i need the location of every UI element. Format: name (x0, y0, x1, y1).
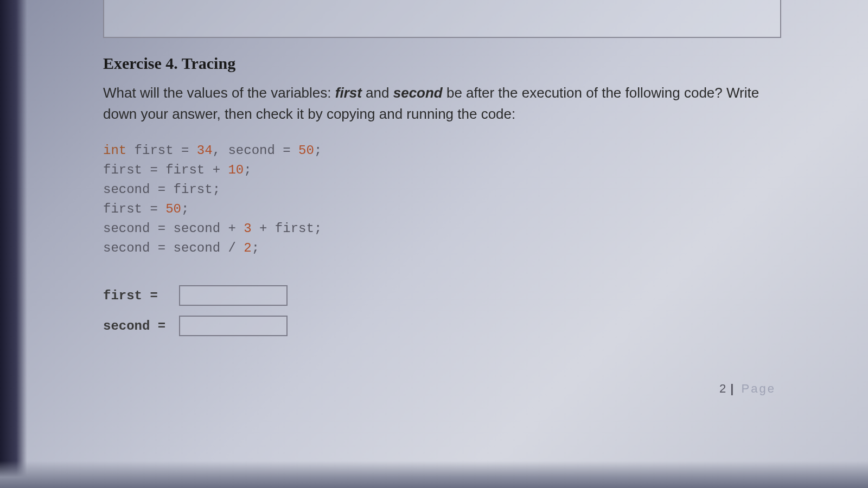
answer-input-second[interactable] (179, 316, 288, 336)
screen-edge-left (0, 0, 27, 488)
answer-input-first[interactable] (179, 285, 288, 306)
code-block: int first = 34, second = 50; first = fir… (103, 141, 781, 258)
footer-separator: | (730, 382, 733, 395)
code-number: 50 (165, 202, 181, 216)
code-keyword-int: int (103, 143, 126, 158)
variable-name-first: first (335, 85, 362, 101)
question-mid: and (362, 85, 393, 101)
code-number: 10 (228, 163, 244, 177)
answer-row-first: first = (103, 285, 781, 306)
answer-row-second: second = (103, 316, 781, 336)
screen-edge-bottom (0, 461, 868, 488)
variable-name-second: second (393, 85, 443, 101)
code-number: 3 (244, 221, 251, 236)
answer-label-first: first = (103, 288, 179, 303)
code-number: 34 (197, 143, 213, 158)
answer-section: first = second = (103, 285, 781, 336)
code-number: 50 (298, 143, 314, 158)
exercise-title: Exercise 4. Tracing (103, 54, 781, 73)
question-text: What will the values of the variables: f… (103, 82, 781, 125)
code-number: 2 (244, 241, 251, 255)
page-number: 2 (719, 382, 726, 395)
question-prefix: What will the values of the variables: (103, 85, 335, 101)
document-page: Exercise 4. Tracing What will the values… (49, 0, 835, 488)
page-footer: 2 | Page (719, 382, 776, 396)
page-word: Page (742, 382, 776, 395)
previous-answer-box (103, 0, 781, 38)
answer-label-second: second = (103, 319, 179, 333)
